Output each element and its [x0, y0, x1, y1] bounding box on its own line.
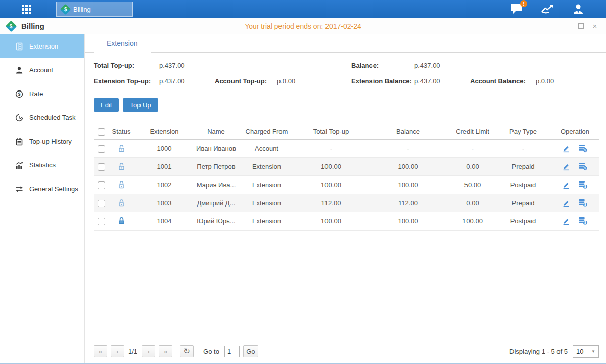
extension-grid-panel: Status Extension Name Charged From Total…	[94, 124, 599, 361]
row-checkbox[interactable]	[98, 218, 105, 225]
last-page-button[interactable]: »	[159, 345, 172, 357]
top-up-row-icon[interactable]: $	[578, 199, 588, 207]
displaying-status: Displaying 1 - 5 of 5	[509, 348, 568, 355]
edit-row-icon[interactable]	[562, 199, 570, 207]
first-page-button[interactable]: «	[94, 345, 107, 357]
page-size-value: 10	[576, 348, 583, 355]
notifications-chat-icon[interactable]: !	[510, 3, 523, 15]
sidebar-item-scheduled-task[interactable]: Scheduled Task	[0, 106, 84, 129]
sidebar-item-extension[interactable]: Extension	[0, 34, 84, 58]
cell-credit-limit: 50.00	[450, 176, 495, 194]
top-up-row-icon[interactable]: $	[578, 217, 588, 225]
page-indicator: 1/1	[128, 348, 137, 355]
bar-chart-icon	[15, 161, 23, 169]
cell-extension: 1000	[134, 140, 195, 158]
row-checkbox[interactable]	[98, 145, 105, 153]
go-button[interactable]: Go	[243, 345, 258, 357]
next-page-button[interactable]: ›	[142, 345, 155, 357]
taskbar-right-icons: !	[510, 3, 585, 16]
close-icon[interactable]: ×	[591, 22, 599, 30]
cell-charged-from: Account	[238, 140, 296, 158]
top-up-row-icon[interactable]: $	[578, 180, 588, 189]
cell-name: Дмитрий Д...	[195, 194, 238, 212]
sidebar-item-general-settings[interactable]: General Settings	[0, 177, 84, 201]
cell-name: Иван Иванов	[195, 140, 238, 158]
sidebar: Extension Account $ Rate Scheduled Task	[0, 34, 85, 363]
table-row: 1002 Мария Ива... Extension 100.00 100.0…	[94, 176, 599, 194]
svg-text:$: $	[584, 166, 586, 170]
page-size-select[interactable]: 10 ▼	[573, 345, 599, 358]
user-account-icon[interactable]	[572, 3, 585, 16]
arrows-swap-icon	[15, 185, 23, 193]
cell-balance: 100.00	[366, 176, 450, 194]
table-row: 1004 Юрий Юрь... Extension 100.00 100.00…	[94, 212, 599, 231]
account-balance-value: p.0.00	[536, 77, 554, 85]
sidebar-item-rate[interactable]: $ Rate	[0, 82, 84, 106]
taskbar-tab-billing[interactable]: $ Billing	[56, 2, 133, 17]
statistics-chart-icon[interactable]	[540, 3, 554, 15]
billing-diamond-icon: $	[6, 20, 17, 32]
cell-name: Петр Петров	[195, 158, 238, 176]
cell-total-topup: 112.00	[296, 194, 366, 212]
edit-row-icon[interactable]	[562, 163, 570, 171]
svg-text:$: $	[584, 148, 586, 152]
sidebar-item-account[interactable]: Account	[0, 58, 84, 82]
action-buttons: Edit Top Up	[94, 98, 606, 112]
sidebar-item-topup-history[interactable]: Top-up History	[0, 129, 84, 153]
svg-text:$: $	[584, 203, 586, 207]
edit-row-icon[interactable]	[562, 181, 570, 189]
row-checkbox[interactable]	[98, 181, 105, 189]
cell-name: Мария Ива...	[195, 176, 238, 194]
top-up-button[interactable]: Top Up	[123, 98, 158, 112]
row-checkbox[interactable]	[98, 200, 105, 207]
goto-label: Go to	[203, 348, 219, 355]
cell-extension: 1001	[134, 158, 195, 176]
row-checkbox[interactable]	[98, 163, 105, 171]
app-launcher-grid-icon[interactable]	[18, 0, 35, 18]
svg-text:$: $	[584, 221, 586, 225]
account-topup-value: p.0.00	[277, 77, 295, 85]
svg-text:$: $	[18, 91, 21, 97]
col-total-topup: Total Top-up	[296, 124, 366, 140]
status-lock-icon	[117, 180, 126, 188]
cell-extension: 1004	[134, 212, 195, 231]
main-content: Extension Total Top-up: p.437.00 Balance…	[85, 34, 606, 363]
tab-extension[interactable]: Extension	[94, 34, 151, 53]
edit-button[interactable]: Edit	[94, 98, 119, 112]
sidebar-item-label: Extension	[29, 42, 58, 50]
maximize-icon[interactable]	[578, 23, 584, 29]
col-status: Status	[109, 124, 134, 140]
top-up-row-icon[interactable]: $	[578, 144, 588, 153]
minimize-icon[interactable]: –	[563, 22, 571, 30]
extension-balance-label: Extension Balance:	[351, 77, 412, 85]
account-topup-label: Account Top-up:	[215, 77, 267, 85]
edit-row-icon[interactable]	[562, 145, 570, 153]
refresh-icon[interactable]: ↻	[180, 345, 194, 357]
status-lock-icon	[117, 162, 126, 170]
taskbar: $ Billing !	[0, 0, 606, 18]
col-extension: Extension	[134, 124, 195, 140]
extension-topup-value: p.437.00	[159, 77, 185, 85]
sidebar-item-statistics[interactable]: Statistics	[0, 153, 84, 177]
cell-credit-limit: 0.00	[450, 194, 495, 212]
total-topup-label: Total Top-up:	[94, 62, 134, 69]
status-lock-icon	[117, 199, 126, 206]
edit-row-icon[interactable]	[562, 217, 570, 225]
goto-page-input[interactable]	[224, 346, 240, 357]
cell-balance: 100.00	[366, 158, 450, 176]
window-titlebar: $ Billing Your trial period ends on: 201…	[0, 18, 606, 34]
select-all-checkbox[interactable]	[98, 128, 105, 136]
billing-diamond-icon: $	[60, 4, 71, 14]
notebook-icon	[15, 138, 23, 146]
prev-page-button[interactable]: ‹	[111, 345, 124, 357]
top-up-row-icon[interactable]: $	[578, 162, 588, 171]
extension-topup-label: Extension Top-up:	[94, 77, 151, 85]
cell-charged-from: Extension	[238, 212, 296, 231]
sidebar-item-label: Statistics	[29, 161, 56, 169]
col-balance: Balance	[366, 124, 450, 140]
cell-pay-type: Postpaid	[495, 176, 551, 194]
tab-label: Extension	[107, 39, 137, 48]
balance-label: Balance:	[351, 62, 379, 69]
balance-summary: Total Top-up: p.437.00 Balance: p.437.00…	[85, 58, 606, 91]
cell-total-topup: -	[296, 140, 366, 158]
